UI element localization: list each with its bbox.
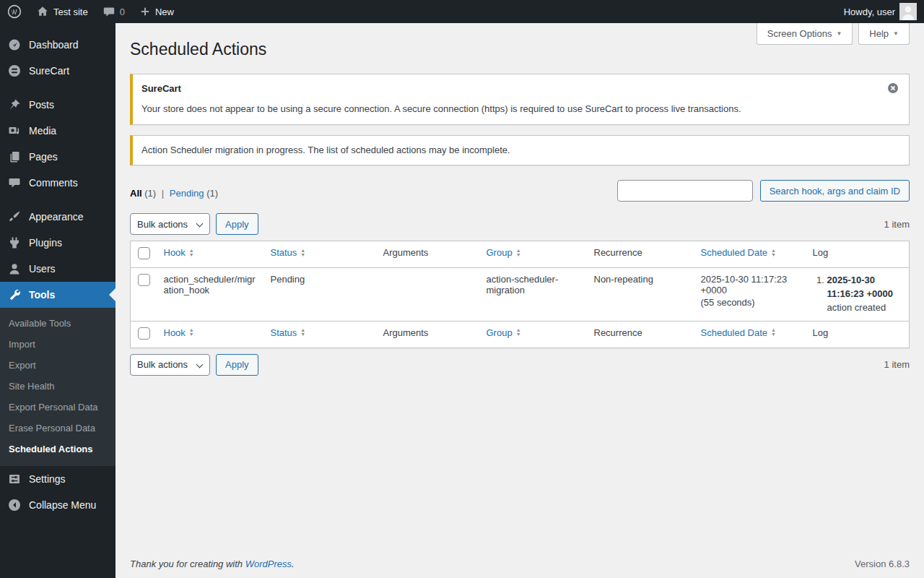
tablenav-top: Bulk actions Apply 1 item xyxy=(130,213,910,235)
users-icon xyxy=(7,262,22,276)
column-header-status[interactable]: Status▲▼ xyxy=(271,247,306,258)
sidebar-item-posts[interactable]: Posts xyxy=(0,92,116,118)
site-name: Test site xyxy=(53,7,88,17)
dismiss-notice-button[interactable] xyxy=(887,82,899,94)
settings-icon xyxy=(7,472,22,486)
filter-search-row: All (1) | Pending (1) Search hook, args … xyxy=(130,180,910,202)
search-input[interactable] xyxy=(617,180,753,202)
sidebar-item-label: Collapse Menu xyxy=(29,499,96,511)
column-header-scheduled-date[interactable]: Scheduled Date▲▼ xyxy=(701,247,776,258)
close-icon xyxy=(887,85,899,96)
table-header-row: Hook▲▼ Status▲▼ Arguments Group▲▼ Recurr… xyxy=(131,241,910,268)
notice-message: Action Scheduler migration in progress. … xyxy=(141,144,880,158)
column-header-group[interactable]: Group▲▼ xyxy=(487,327,521,338)
column-header-recurrence: Recurrence xyxy=(587,241,694,268)
sidebar-item-surecart[interactable]: SureCart xyxy=(0,58,116,84)
submenu-item-scheduled-actions[interactable]: Scheduled Actions xyxy=(0,439,116,460)
sidebar-item-pages[interactable]: Pages xyxy=(0,144,116,170)
sidebar-item-media[interactable]: Media xyxy=(0,118,116,144)
footer-version: Version 6.8.3 xyxy=(855,558,910,569)
column-header-hook[interactable]: Hook▲▼ xyxy=(164,327,194,338)
surecart-icon xyxy=(7,64,22,78)
sort-arrows-icon: ▲▼ xyxy=(516,328,521,337)
comments-count: 0 xyxy=(120,7,125,17)
scheduled-date-delta: (55 seconds) xyxy=(701,297,798,308)
cell-recurrence: Non-repeating xyxy=(587,268,694,322)
sort-arrows-icon: ▲▼ xyxy=(771,249,776,257)
sidebar-item-plugins[interactable]: Plugins xyxy=(0,230,116,256)
new-content-menu[interactable]: New xyxy=(132,0,181,23)
chevron-down-icon xyxy=(196,220,204,228)
submenu-item-erase-personal-data[interactable]: Erase Personal Data xyxy=(0,418,116,439)
sidebar-item-users[interactable]: Users xyxy=(0,256,116,282)
sidebar-item-label: Comments xyxy=(29,177,78,189)
submenu-item-export-personal-data[interactable]: Export Personal Data xyxy=(0,397,116,418)
column-header-recurrence: Recurrence xyxy=(587,321,694,348)
column-header-scheduled-date[interactable]: Scheduled Date▲▼ xyxy=(701,327,776,338)
submenu-item-site-health[interactable]: Site Health xyxy=(0,376,116,397)
submenu-item-export[interactable]: Export xyxy=(0,355,116,376)
main-content: Screen Options ▼ Help ▼ Scheduled Action… xyxy=(116,23,924,578)
column-header-arguments: Arguments xyxy=(376,321,479,348)
search-submit-button[interactable]: Search hook, args and claim ID xyxy=(760,180,910,202)
chevron-down-icon: ▼ xyxy=(836,30,842,37)
bulk-actions-select[interactable]: Bulk actions xyxy=(130,213,210,235)
bulk-actions-selected-value: Bulk actions xyxy=(137,359,188,370)
account-menu[interactable]: Howdy, user xyxy=(837,0,924,23)
sort-arrows-icon: ▲▼ xyxy=(300,249,305,257)
sidebar-item-label: Dashboard xyxy=(29,39,79,51)
sidebar-item-dashboard[interactable]: Dashboard xyxy=(0,32,116,58)
tablenav-bottom: Bulk actions Apply 1 item xyxy=(130,354,910,376)
column-header-status[interactable]: Status▲▼ xyxy=(271,327,306,338)
site-menu[interactable]: Test site xyxy=(29,0,95,23)
apply-button[interactable]: Apply xyxy=(216,213,258,235)
sidebar-item-settings[interactable]: Settings xyxy=(0,466,116,492)
tools-submenu: Available Tools Import Export Site Healt… xyxy=(0,308,116,466)
howdy-text: Howdy, user xyxy=(844,7,895,17)
cell-hook: action_scheduler/migration_hook xyxy=(157,268,263,322)
submenu-item-import[interactable]: Import xyxy=(0,334,116,355)
select-all-checkbox[interactable] xyxy=(138,327,150,340)
sidebar-item-tools[interactable]: Tools xyxy=(0,282,116,308)
home-icon xyxy=(36,5,49,18)
pin-icon xyxy=(7,98,22,112)
search-box: Search hook, args and claim ID xyxy=(617,180,910,202)
wordpress-link[interactable]: WordPress xyxy=(245,558,292,569)
sidebar-item-label: Pages xyxy=(29,151,58,163)
filter-pending-link[interactable]: Pending xyxy=(170,188,204,199)
dashboard-icon xyxy=(7,38,22,52)
cell-log: 2025-10-30 11:16:23 +0000 action created xyxy=(806,268,910,322)
menu-separator xyxy=(0,196,116,204)
scheduled-actions-table: Hook▲▼ Status▲▼ Arguments Group▲▼ Recurr… xyxy=(130,241,910,348)
screen-options-button[interactable]: Screen Options ▼ xyxy=(757,23,853,45)
sort-arrows-icon: ▲▼ xyxy=(300,328,305,337)
apply-button[interactable]: Apply xyxy=(216,354,258,376)
wordpress-logo-menu[interactable] xyxy=(0,0,29,23)
cell-group: action-scheduler-migration xyxy=(479,268,587,322)
filter-all-link[interactable]: All xyxy=(130,188,142,199)
help-button[interactable]: Help ▼ xyxy=(858,23,910,45)
collapse-arrow-icon xyxy=(7,498,22,512)
sort-arrows-icon: ▲▼ xyxy=(771,328,776,337)
sidebar-item-label: Plugins xyxy=(29,237,62,249)
sidebar-item-label: Settings xyxy=(29,473,66,485)
notice-title: SureCart xyxy=(141,83,181,94)
column-header-group[interactable]: Group▲▼ xyxy=(487,247,521,258)
column-header-hook[interactable]: Hook▲▼ xyxy=(164,247,194,258)
comments-shortcut[interactable]: 0 xyxy=(95,0,132,23)
sidebar-item-appearance[interactable]: Appearance xyxy=(0,204,116,230)
submenu-item-available-tools[interactable]: Available Tools xyxy=(0,313,116,334)
cell-scheduled-date: 2025-10-30 11:17:23 +0000 (55 seconds) xyxy=(694,268,806,322)
select-all-checkbox[interactable] xyxy=(138,247,150,259)
screen-options-label: Screen Options xyxy=(767,28,832,39)
menu-separator xyxy=(0,84,116,92)
cell-status: Pending xyxy=(263,268,376,322)
admin-menu: Dashboard SureCart Posts Media Pages Com… xyxy=(0,23,116,578)
plugin-icon xyxy=(7,236,22,250)
notice-surecart: SureCart Your store does not appear to b… xyxy=(130,74,910,125)
tools-icon xyxy=(7,288,22,302)
sidebar-item-comments[interactable]: Comments xyxy=(0,170,116,196)
sidebar-item-collapse-menu[interactable]: Collapse Menu xyxy=(0,492,116,518)
bulk-actions-select[interactable]: Bulk actions xyxy=(130,354,210,376)
row-checkbox[interactable] xyxy=(138,274,150,286)
